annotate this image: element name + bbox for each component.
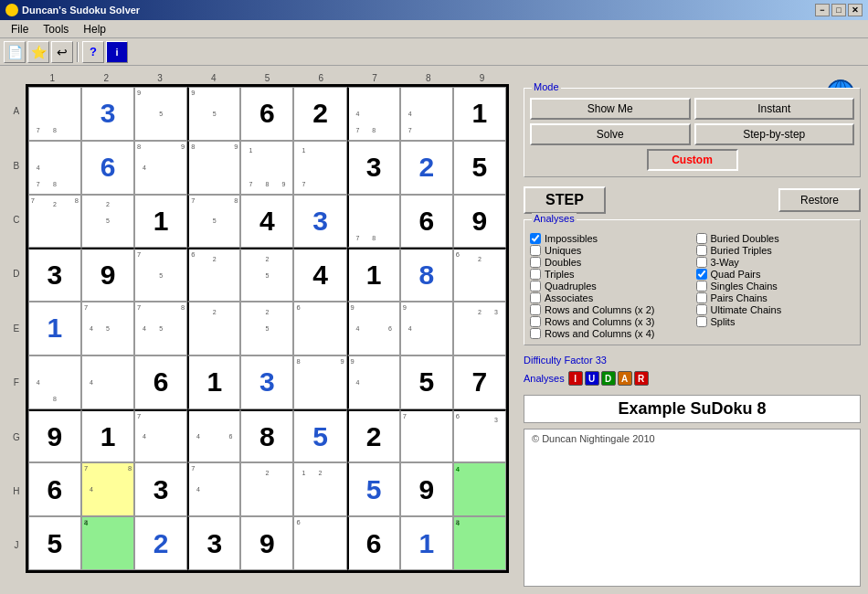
cell-r5c7[interactable]: 5	[400, 355, 453, 409]
cell-r7c7[interactable]: 9	[400, 462, 453, 516]
cell-r6c5[interactable]: 5	[293, 409, 346, 463]
cell-r5c2[interactable]: 6	[134, 355, 187, 409]
cell-r0c5[interactable]: 2	[293, 87, 346, 141]
cell-r2c8[interactable]: 9	[453, 195, 506, 249]
custom-button[interactable]: Custom	[647, 149, 738, 171]
cell-r6c1[interactable]: 1	[81, 409, 134, 463]
menu-help[interactable]: Help	[76, 20, 113, 37]
cell-r2c4[interactable]: 4	[240, 195, 293, 249]
cell-r4c0[interactable]: 1	[28, 302, 81, 355]
cell-r0c0[interactable]: 78	[28, 87, 81, 141]
checkbox-ultimatechains[interactable]	[696, 304, 707, 315]
cell-r3c8[interactable]: 26	[453, 248, 506, 302]
cell-r3c2[interactable]: 57	[134, 248, 187, 302]
cell-r2c3[interactable]: 578	[187, 195, 240, 249]
cell-r7c4[interactable]: 2	[240, 462, 293, 516]
cell-r1c7[interactable]: 2	[400, 141, 453, 195]
cell-r4c3[interactable]: 2	[187, 302, 240, 355]
cell-r4c7[interactable]: 49	[400, 302, 453, 355]
sudoku-grid[interactable]: 7835959624784714786489891789173252782515…	[26, 84, 509, 573]
cell-r1c1[interactable]: 6	[81, 141, 134, 195]
cell-r7c3[interactable]: 47	[187, 462, 240, 516]
cell-r0c3[interactable]: 59	[187, 87, 240, 141]
cell-r6c7[interactable]: 7	[400, 409, 453, 463]
favorite-button[interactable]: ⭐	[27, 41, 49, 63]
cell-r5c5[interactable]: 89	[293, 355, 346, 409]
checkbox-buriedtriples[interactable]	[696, 245, 707, 256]
checkbox-triples[interactable]	[530, 269, 541, 280]
cell-r6c0[interactable]: 9	[28, 409, 81, 463]
cell-r3c1[interactable]: 9	[81, 248, 134, 302]
cell-r4c8[interactable]: 23	[453, 302, 506, 355]
checkbox-uniques[interactable]	[530, 245, 541, 256]
cell-r4c5[interactable]: 6	[293, 302, 346, 355]
cell-r2c5[interactable]: 3	[293, 195, 346, 249]
minimize-button[interactable]: −	[815, 4, 830, 16]
cell-r3c7[interactable]: 8	[400, 248, 453, 302]
cell-r1c0[interactable]: 478	[28, 141, 81, 195]
cell-r1c8[interactable]: 5	[453, 141, 506, 195]
cell-r6c2[interactable]: 47	[134, 409, 187, 463]
cell-r1c5[interactable]: 17	[293, 141, 346, 195]
checkbox-quadpairs[interactable]	[696, 269, 707, 280]
cell-r6c6[interactable]: 2	[347, 409, 400, 463]
cell-r8c2[interactable]: 2	[134, 516, 187, 570]
cell-r3c3[interactable]: 26	[187, 248, 240, 302]
instant-button[interactable]: Instant	[694, 98, 855, 120]
cell-r0c7[interactable]: 47	[400, 87, 453, 141]
cell-r5c8[interactable]: 7	[453, 355, 506, 409]
cell-r1c4[interactable]: 1789	[240, 141, 293, 195]
cell-r3c0[interactable]: 3	[28, 248, 81, 302]
cell-r5c0[interactable]: 48	[28, 355, 81, 409]
cell-r4c1[interactable]: 457	[81, 302, 134, 355]
cell-r5c6[interactable]: 49	[347, 355, 400, 409]
cell-r6c8[interactable]: 36	[453, 409, 506, 463]
cell-r0c2[interactable]: 59	[134, 87, 187, 141]
show-me-button[interactable]: Show Me	[530, 98, 691, 120]
cell-r1c6[interactable]: 3	[347, 141, 400, 195]
cell-r4c6[interactable]: 469	[347, 302, 400, 355]
cell-r0c8[interactable]: 1	[453, 87, 506, 141]
menu-file[interactable]: File	[4, 20, 36, 37]
cell-r2c2[interactable]: 1	[134, 195, 187, 249]
checkbox-splits[interactable]	[696, 316, 707, 327]
close-button[interactable]: ✕	[848, 4, 863, 16]
cell-r8c8[interactable]: 48	[453, 516, 506, 570]
checkbox-rowscols4[interactable]	[530, 328, 541, 339]
cell-r3c6[interactable]: 1	[347, 248, 400, 302]
cell-r8c0[interactable]: 5	[28, 516, 81, 570]
cell-r3c5[interactable]: 4	[293, 248, 346, 302]
cell-r3c4[interactable]: 25	[240, 248, 293, 302]
cell-r2c7[interactable]: 6	[400, 195, 453, 249]
checkbox-rowscols2[interactable]	[530, 304, 541, 315]
cell-r8c6[interactable]: 6	[347, 516, 400, 570]
cell-r8c4[interactable]: 9	[240, 516, 293, 570]
cell-r8c5[interactable]: 6	[293, 516, 346, 570]
cell-r8c7[interactable]: 1	[400, 516, 453, 570]
checkbox-associates[interactable]	[530, 292, 541, 303]
cell-r7c5[interactable]: 12	[293, 462, 346, 516]
cell-r1c3[interactable]: 89	[187, 141, 240, 195]
checkbox-quadruples[interactable]	[530, 281, 541, 292]
cell-r5c4[interactable]: 3	[240, 355, 293, 409]
cell-r6c4[interactable]: 8	[240, 409, 293, 463]
cell-r5c3[interactable]: 1	[187, 355, 240, 409]
cell-r2c0[interactable]: 278	[28, 195, 81, 249]
maximize-button[interactable]: □	[831, 4, 846, 16]
cell-r7c8[interactable]: 4	[453, 462, 506, 516]
new-button[interactable]: 📄	[4, 41, 26, 63]
cell-r2c1[interactable]: 25	[81, 195, 134, 249]
cell-r7c0[interactable]: 6	[28, 462, 81, 516]
cell-r8c3[interactable]: 3	[187, 516, 240, 570]
cell-r4c2[interactable]: 4578	[134, 302, 187, 355]
info-button[interactable]: i	[106, 41, 128, 63]
checkbox-impossibles[interactable]	[530, 233, 541, 244]
help-button[interactable]: ?	[82, 41, 104, 63]
cell-r0c4[interactable]: 6	[240, 87, 293, 141]
cell-r5c1[interactable]: 4	[81, 355, 134, 409]
cell-r4c4[interactable]: 25	[240, 302, 293, 355]
checkbox-threeway[interactable]	[696, 257, 707, 268]
cell-r6c3[interactable]: 46	[187, 409, 240, 463]
cell-r0c6[interactable]: 478	[347, 87, 400, 141]
cell-r0c1[interactable]: 3	[81, 87, 134, 141]
